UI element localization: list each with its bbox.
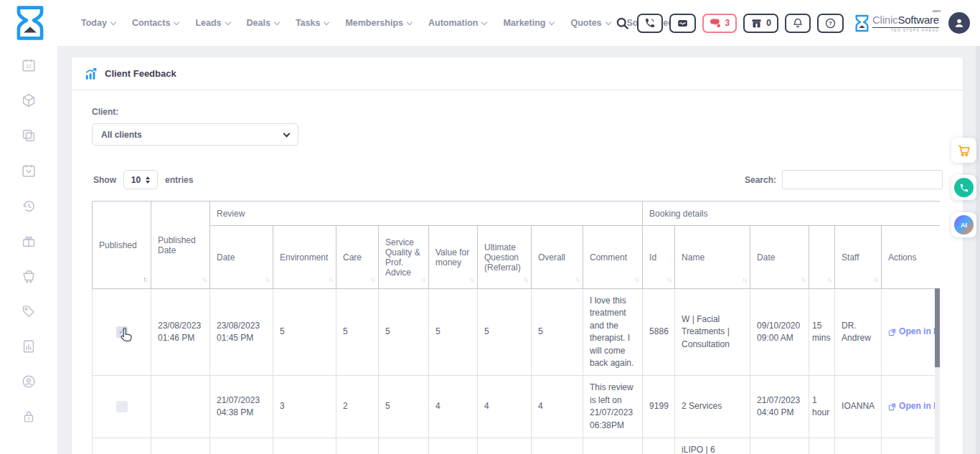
col-value-for-money[interactable]: Value for money↑↓ bbox=[429, 226, 478, 289]
user-account-icon[interactable] bbox=[21, 374, 37, 389]
chevron-down-icon bbox=[283, 130, 291, 137]
cart-icon[interactable] bbox=[21, 268, 37, 284]
open-in-diary-link[interactable]: Open in Diary bbox=[888, 326, 940, 338]
pos-cart-button[interactable] bbox=[951, 138, 976, 163]
main-menu: Today Contacts Leads Deals Tasks Members… bbox=[81, 0, 681, 46]
sort-icon: ↑↓ bbox=[143, 275, 147, 283]
col-name[interactable]: Name↑↓ bbox=[675, 226, 750, 289]
menu-item-automation[interactable]: Automation bbox=[428, 18, 486, 28]
col-review-date[interactable]: Date↑↓ bbox=[210, 226, 273, 289]
menu-item-deals[interactable]: Deals bbox=[247, 18, 279, 28]
orange-cart-icon bbox=[956, 143, 972, 159]
open-in-diary-icon bbox=[888, 403, 896, 411]
menu-item-tasks[interactable]: Tasks bbox=[296, 18, 329, 28]
menu-item-contacts[interactable]: Contacts bbox=[132, 18, 179, 28]
duration-cell: 45 bbox=[809, 438, 835, 454]
menu-item-leads[interactable]: Leads bbox=[195, 18, 230, 28]
sort-icon: ↑↓ bbox=[742, 275, 746, 283]
chevron-down-icon bbox=[407, 19, 413, 24]
menu-item-quotes[interactable]: Quotes bbox=[570, 18, 610, 28]
overall-cell: 5 bbox=[532, 289, 583, 376]
chat-bubbles-icon bbox=[710, 17, 722, 29]
user-avatar[interactable] bbox=[948, 12, 970, 34]
col-published-date[interactable]: Published Date↑↓ bbox=[151, 202, 210, 289]
open-in-diary-icon bbox=[888, 328, 896, 336]
person-icon bbox=[952, 16, 966, 30]
ai-assistant-button[interactable]: AI bbox=[951, 212, 976, 237]
sort-icon: ↑↓ bbox=[666, 275, 671, 283]
col-duration[interactable]: ↑↓ bbox=[809, 226, 835, 289]
menu-item-marketing[interactable]: Marketing bbox=[503, 18, 554, 28]
col-id[interactable]: Id↑↓ bbox=[643, 226, 675, 289]
lock-icon[interactable] bbox=[21, 409, 37, 425]
phone-button[interactable] bbox=[637, 14, 663, 33]
actions-cell bbox=[882, 438, 940, 454]
service-cell bbox=[379, 438, 429, 454]
booking-date-cell: 09/10/2020 09:00 AM bbox=[750, 289, 809, 376]
col-published[interactable]: Published↑↓ bbox=[93, 202, 151, 289]
group-review: Review bbox=[210, 202, 643, 226]
chat-count-badge: 3 bbox=[725, 18, 730, 28]
inbox-button[interactable] bbox=[669, 14, 696, 33]
overall-cell bbox=[532, 438, 583, 454]
table-scrollbar-thumb[interactable] bbox=[935, 288, 940, 367]
review-date-cell: 23/08/2023 01:45 PM bbox=[210, 289, 273, 376]
gift-icon[interactable] bbox=[21, 233, 37, 249]
col-overall[interactable]: Overall↑↓ bbox=[532, 226, 583, 289]
calendar-booking-icon[interactable] bbox=[21, 163, 37, 179]
table-search-input[interactable] bbox=[782, 170, 943, 189]
published-checkbox[interactable] bbox=[116, 401, 128, 412]
call-button[interactable] bbox=[951, 175, 976, 200]
col-ultimate-question[interactable]: Ultimate Question (Referral)↑↓ bbox=[478, 226, 532, 289]
copy-pages-icon[interactable] bbox=[21, 128, 37, 143]
report-chart-icon[interactable] bbox=[21, 339, 37, 354]
col-staff[interactable]: Staff↑↓ bbox=[835, 226, 882, 289]
chevron-down-icon bbox=[324, 19, 329, 24]
calendar-icon[interactable]: 12 bbox=[21, 57, 37, 73]
client-feedback-card: Client Feedback Client: All clients Show… bbox=[72, 57, 963, 454]
sort-icon: ↑↓ bbox=[826, 275, 831, 283]
search-icon[interactable] bbox=[616, 16, 629, 30]
chat-button[interactable]: 3 bbox=[702, 14, 738, 33]
clinicsoftware-wordmark-logo[interactable]: ClinicSoftware.com TEN STEPS AHEAD bbox=[854, 14, 939, 32]
col-environment[interactable]: Environment↑↓ bbox=[273, 226, 336, 289]
col-comment[interactable]: Comment↑↓ bbox=[583, 226, 643, 289]
staff-cell: DR. Andrew bbox=[835, 289, 882, 376]
help-button[interactable]: ? bbox=[817, 14, 844, 33]
ultimate-cell: 5 bbox=[478, 289, 532, 376]
actions-cell: Open in Diary bbox=[882, 289, 940, 376]
table-scrollbar[interactable] bbox=[935, 288, 940, 454]
published-cell bbox=[93, 438, 151, 454]
left-icon-sidebar: 12 bbox=[0, 46, 57, 454]
col-service-quality[interactable]: Service Quality & Prof. Advice↑↓ bbox=[379, 226, 429, 289]
sort-icon: ↑↓ bbox=[370, 275, 374, 283]
products-cube-icon[interactable] bbox=[21, 93, 37, 108]
chevron-down-icon bbox=[481, 19, 487, 24]
page-scrollbar[interactable] bbox=[976, 46, 980, 454]
sort-icon: ↑↓ bbox=[523, 275, 527, 283]
client-filter-label: Client: bbox=[92, 107, 118, 117]
service-cell: 5 bbox=[379, 289, 429, 376]
col-care[interactable]: Care↑↓ bbox=[336, 226, 379, 289]
store-button[interactable]: 0 bbox=[743, 14, 778, 33]
clinicsoftware-hourglass-logo[interactable] bbox=[14, 5, 46, 41]
client-filter-select[interactable]: All clients bbox=[92, 123, 298, 146]
notifications-button[interactable] bbox=[785, 14, 811, 33]
published-checkbox[interactable]: ✓ bbox=[116, 326, 128, 338]
environment-cell: 5 bbox=[273, 289, 336, 376]
question-icon: ? bbox=[824, 17, 837, 29]
care-cell: 2 bbox=[336, 376, 379, 438]
booking-name-cell: W | Facial Treatments | Consultation bbox=[675, 289, 750, 376]
published-date-cell: 23/08/2023 01:46 PM bbox=[151, 289, 210, 376]
col-booking-date[interactable]: Date↑↓ bbox=[750, 226, 809, 289]
price-tag-icon[interactable] bbox=[21, 303, 37, 319]
actions-cell: Open in Diary bbox=[882, 376, 940, 438]
page-size-select[interactable]: 10 bbox=[123, 170, 158, 189]
menu-item-today[interactable]: Today bbox=[81, 18, 116, 28]
booking-id-cell: 9199 bbox=[643, 376, 675, 438]
history-icon[interactable] bbox=[21, 198, 37, 214]
open-in-diary-link[interactable]: Open in Diary bbox=[888, 400, 940, 412]
menu-item-memberships[interactable]: Memberships bbox=[345, 18, 412, 28]
group-booking-details: Booking details bbox=[643, 202, 940, 226]
care-cell: 5 bbox=[336, 289, 379, 376]
